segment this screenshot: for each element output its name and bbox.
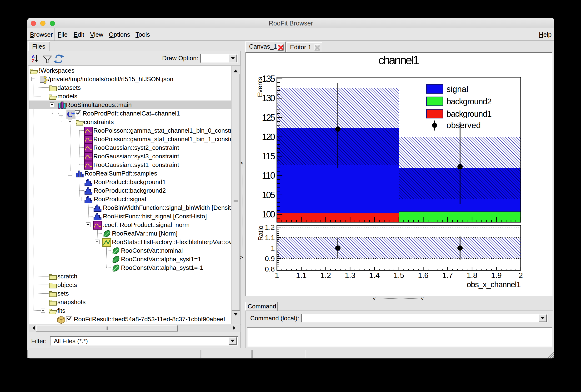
svg-text:1.7: 1.7 xyxy=(442,271,453,280)
svg-text:1.8: 1.8 xyxy=(467,271,477,280)
svg-text:+: + xyxy=(71,110,75,117)
svg-text:Z: Z xyxy=(32,58,34,63)
svg-text:2: 2 xyxy=(519,271,523,280)
svg-text:1.9: 1.9 xyxy=(491,271,502,280)
svg-text:Ratio: Ratio xyxy=(257,226,264,240)
svg-text:Events: Events xyxy=(256,77,264,97)
svg-text:0.9: 0.9 xyxy=(265,254,275,262)
svg-text:background1: background1 xyxy=(447,109,492,118)
svg-text:115: 115 xyxy=(262,151,275,161)
svg-text:signal: signal xyxy=(447,84,468,94)
svg-text:1.2: 1.2 xyxy=(321,271,331,280)
svg-text:1: 1 xyxy=(275,271,279,280)
svg-text:obs_x_channel1: obs_x_channel1 xyxy=(467,280,521,289)
svg-text:observed: observed xyxy=(447,120,481,130)
svg-text:120: 120 xyxy=(262,132,275,142)
svg-text:130: 130 xyxy=(262,93,275,103)
svg-text:1.3: 1.3 xyxy=(345,271,355,280)
svg-text:100: 100 xyxy=(262,209,275,219)
svg-text:channel1: channel1 xyxy=(378,54,419,67)
svg-text:125: 125 xyxy=(262,113,275,123)
svg-text:0.8: 0.8 xyxy=(265,265,275,273)
svg-text:1.6: 1.6 xyxy=(418,271,428,280)
svg-text:1.4: 1.4 xyxy=(369,271,380,280)
svg-text:105: 105 xyxy=(262,190,275,200)
svg-text:1.2: 1.2 xyxy=(265,223,275,231)
svg-text:135: 135 xyxy=(262,74,275,84)
svg-text:A: A xyxy=(32,54,35,59)
svg-text:1: 1 xyxy=(271,244,275,252)
svg-text:1.5: 1.5 xyxy=(394,271,404,280)
svg-text:1.1: 1.1 xyxy=(296,271,306,280)
svg-text:110: 110 xyxy=(262,170,275,180)
svg-text:background2: background2 xyxy=(447,97,492,106)
svg-text:1.1: 1.1 xyxy=(265,234,275,242)
